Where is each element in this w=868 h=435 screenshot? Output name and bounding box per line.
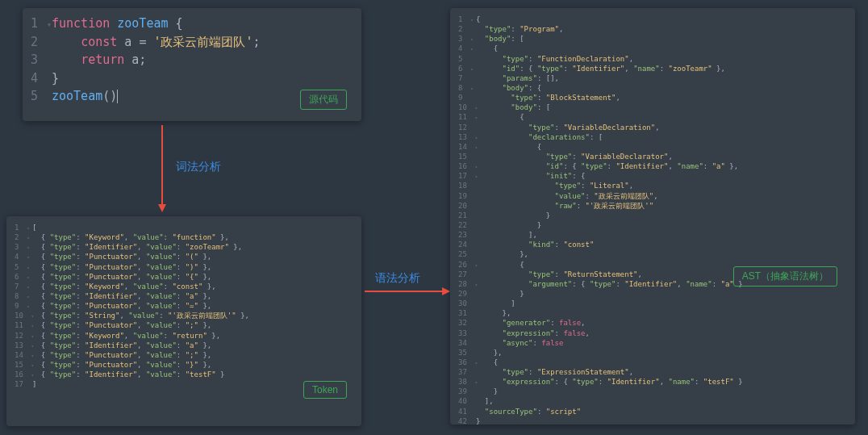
ast-line: 17 ▾ "init": { (458, 171, 847, 181)
token-label: Token (303, 381, 347, 399)
ast-line: 15 "type": "VariableDeclarator", (458, 152, 847, 161)
source-code-panel: 1 ▾function zooTeam {2 const a = '政采云前端团… (23, 8, 361, 121)
token-line: 7 ▾ { "type": "Keyword", "value": "const… (15, 282, 353, 291)
token-line: 5 ▾ { "type": "Punctuator", "value": ")"… (15, 262, 353, 272)
ast-line: 30 ] (458, 299, 847, 308)
token-line: 12 ▾ { "type": "Keyword", "value": "retu… (15, 331, 353, 341)
source-line: 1 ▾function zooTeam { (31, 15, 353, 33)
ast-line: 39 } (458, 387, 847, 396)
source-line: 4 } (31, 69, 353, 88)
ast-line: 19 "value": "政采云前端团队", (458, 191, 847, 201)
ast-line: 34 "async": false (458, 338, 847, 348)
ast-line: 24 "kind": "const" (458, 240, 847, 249)
ast-line: 33 "expression": false, (458, 328, 847, 338)
ast-line: 41 "sourceType": "script" (458, 407, 847, 416)
ast-line: 23 ], (458, 230, 847, 240)
token-line: 10 ▾ { "type": "String", "value": "'政采云前… (15, 311, 353, 320)
ast-line: 8 ▾ "body": { (458, 83, 847, 93)
token-line: 1 ▾[ (15, 223, 353, 232)
ast-line: 5 "type": "FunctionDeclaration", (458, 54, 847, 64)
ast-line: 25 }, (458, 249, 847, 259)
token-code-block: 1 ▾[2 ▾ { "type": "Keyword", "value": "f… (15, 223, 353, 389)
source-line: 3 return a; (31, 51, 353, 69)
token-line: 14 ▾ { "type": "Punctuator", "value": ";… (15, 350, 353, 360)
token-line: 11 ▾ { "type": "Punctuator", "value": ";… (15, 320, 353, 330)
ast-code-block: 1 ▾{2 "type": "Program",3 ▾ "body": [4 ▾… (458, 15, 847, 425)
ast-line: 12 "type": "VariableDeclaration", (458, 123, 847, 132)
ast-line: 11 ▾ { (458, 112, 847, 122)
ast-line: 20 "raw": "'政采云前端团队'" (458, 201, 847, 211)
ast-line: 22 } (458, 220, 847, 230)
source-label: 源代码 (300, 90, 347, 110)
ast-label: AST（抽象语法树） (733, 266, 837, 287)
token-line: 13 ▾ { "type": "Identifier", "value": "a… (15, 341, 353, 350)
token-line: 3 ▾ { "type": "Identifier", "value": "zo… (15, 242, 353, 252)
token-line: 15 ▾ { "type": "Punctuator", "value": "}… (15, 360, 353, 370)
ast-line: 38 ▾ "expression": { "type": "Identifier… (458, 377, 847, 387)
ast-line: 1 ▾{ (458, 15, 847, 24)
ast-line: 21 } (458, 211, 847, 220)
token-line: 16 ▾ { "type": "Identifier", "value": "t… (15, 370, 353, 379)
ast-line: 13 ▾ "declarations": [ (458, 132, 847, 142)
token-line: 9 ▾ { "type": "Punctuator", "value": "="… (15, 301, 353, 311)
token-line: 8 ▾ { "type": "Identifier", "value": "a"… (15, 291, 353, 301)
syntax-analysis-label: 语法分析 (375, 271, 420, 286)
ast-line: 40 ], (458, 396, 847, 406)
ast-line: 42 } (458, 416, 847, 425)
arrow-syntax-analysis (365, 291, 444, 292)
ast-line: 36 ▾ { (458, 358, 847, 367)
ast-line: 18 "type": "Literal", (458, 181, 847, 190)
lexical-analysis-label: 词法分析 (176, 160, 221, 174)
ast-line: 31 }, (458, 308, 847, 318)
ast-line: 9 "type": "BlockStatement", (458, 93, 847, 102)
ast-line: 16 ▾ "id": { "type": "Identifier", "name… (458, 161, 847, 171)
token-line: 2 ▾ { "type": "Keyword", "value": "funct… (15, 232, 353, 242)
ast-line: 14 ▾ { (458, 142, 847, 152)
token-line: 6 ▾ { "type": "Punctuator", "value": "{"… (15, 272, 353, 282)
arrow-lexical-analysis (161, 125, 163, 206)
token-line: 4 ▾ { "type": "Punctuator", "value": "("… (15, 252, 353, 261)
ast-line: 35 }, (458, 348, 847, 358)
ast-line: 2 "type": "Program", (458, 24, 847, 34)
ast-line: 7 "params": [], (458, 73, 847, 83)
ast-line: 4 ▾ { (458, 44, 847, 53)
ast-line: 6 ▾ "id": { "type": "Identifier", "name"… (458, 64, 847, 73)
ast-panel: 1 ▾{2 "type": "Program",3 ▾ "body": [4 ▾… (450, 8, 855, 425)
ast-line: 3 ▾ "body": [ (458, 34, 847, 44)
ast-line: 37 "type": "ExpressionStatement", (458, 367, 847, 377)
ast-line: 29 } (458, 289, 847, 299)
token-panel: 1 ▾[2 ▾ { "type": "Keyword", "value": "f… (6, 216, 361, 426)
ast-line: 10 ▾ "body": [ (458, 102, 847, 112)
ast-line: 32 "generator": false, (458, 318, 847, 328)
source-line: 2 const a = '政采云前端团队'; (31, 33, 353, 52)
